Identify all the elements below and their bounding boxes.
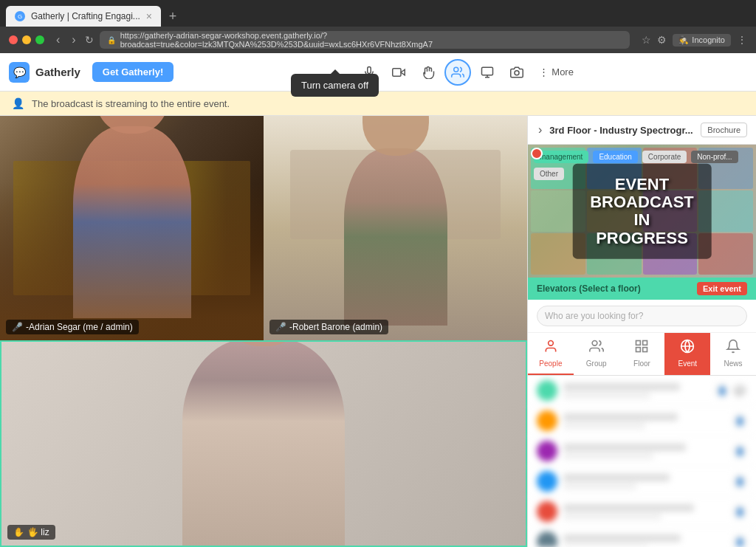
lock-icon: 🔒 [107, 36, 116, 44]
people-search-area [528, 300, 756, 333]
video-area: 🎤 -Adrian Segar (me / admin) 🎤 [0, 116, 527, 547]
avatar [537, 531, 557, 547]
get-gatherly-button[interactable]: Get Gatherly! [92, 62, 173, 82]
video-cell-person2: 🎤 -Robert Barone (admin) [264, 116, 527, 340]
svg-rect-10 [643, 348, 647, 352]
extension-icon[interactable]: ⚙ [657, 34, 667, 46]
menu-icon[interactable]: ⋮ [737, 34, 747, 46]
person-detail [563, 514, 662, 520]
person-info [563, 444, 726, 459]
avatar [537, 380, 557, 401]
panel-arrow-button[interactable]: › [537, 122, 543, 138]
nav-people-tab[interactable]: People [528, 333, 574, 375]
address-bar[interactable]: 🔒 https://gatherly-adrian-segar-workshop… [100, 31, 630, 49]
person-name [563, 474, 670, 481]
event-nav-label: Event [678, 359, 698, 368]
list-item: 👤 💬 [528, 376, 756, 406]
nav-floor-tab[interactable]: Floor [619, 333, 665, 375]
video-mic-icon-person1: 🎤 [12, 322, 23, 332]
video-mic-icon-person2: 🎤 [275, 322, 286, 332]
hand-raise-button[interactable] [415, 59, 441, 86]
exit-event-button[interactable]: Exit event [697, 282, 747, 295]
person-action-button[interactable]: 👤 [732, 504, 747, 519]
traffic-lights [9, 35, 44, 44]
elevators-bar: Elevators (Select a floor) Exit event [528, 278, 756, 300]
video-grid-top: 🎤 -Adrian Segar (me / admin) 🎤 [0, 116, 527, 340]
people-search-input[interactable] [537, 306, 747, 326]
right-panel: › 3rd Floor - Industry Spectrogr... Broc… [527, 116, 756, 547]
video-label-person2: 🎤 -Robert Barone (admin) [269, 320, 388, 334]
nav-news-tab[interactable]: News [710, 333, 756, 375]
broadcast-text: The broadcast is streaming to the entire… [32, 98, 230, 109]
close-window-button[interactable] [9, 35, 18, 44]
maximize-window-button[interactable] [35, 35, 44, 44]
back-button[interactable]: ‹ [53, 32, 63, 48]
bookmark-icon[interactable]: ☆ [642, 34, 651, 46]
active-tab[interactable]: G Gatherly | Crafting Engagi... × [6, 6, 161, 27]
minimize-window-button[interactable] [22, 35, 31, 44]
broadcast-icon: 👤 [12, 97, 24, 109]
video-hand-icon-person3: ✋ [13, 527, 24, 537]
svg-point-2 [454, 67, 458, 72]
education-tag[interactable]: Education [593, 151, 637, 163]
map-area: management Education Corporate Non-prof.… [528, 145, 756, 278]
person-info [563, 383, 709, 399]
floor-title: 3rd Floor - Industry Spectrogr... [549, 125, 695, 136]
person-detail [563, 544, 648, 548]
broadcast-indicator [531, 148, 543, 159]
broadcast-title-line1: EVENT BROADCAST [590, 176, 694, 211]
forward-button[interactable]: › [69, 32, 78, 48]
camera-button[interactable] [385, 59, 412, 86]
list-item: 👤 [528, 406, 756, 436]
person-action-button[interactable]: 👤 [732, 444, 747, 458]
person-action-button[interactable]: 👤 [732, 413, 747, 428]
people-toggle-button[interactable] [444, 59, 471, 86]
svg-point-6 [592, 341, 597, 346]
elevators-label: Elevators (Select a floor) [537, 283, 641, 294]
more-menu-button[interactable]: ⋮ More [533, 63, 580, 80]
person-actions: 👤 [732, 413, 747, 428]
person-name [563, 383, 680, 391]
svg-rect-0 [368, 66, 371, 73]
brochure-button[interactable]: Brochure [701, 123, 747, 137]
new-tab-button[interactable]: + [162, 6, 183, 27]
group-nav-label: Group [586, 359, 607, 368]
list-item: 👤 [528, 527, 756, 547]
person-detail [563, 484, 636, 489]
url-text: https://gatherly-adrian-segar-workshop.e… [120, 31, 623, 49]
person-action-button[interactable]: 👤 [732, 534, 747, 547]
browser-icons: ☆ ⚙ 🕵 Incognito ⋮ [642, 34, 747, 47]
reload-button[interactable]: ↻ [85, 34, 94, 46]
corporate-tag[interactable]: Corporate [642, 151, 687, 163]
person-chat-button[interactable]: 💬 [732, 383, 747, 398]
tab-close-button[interactable]: × [146, 10, 152, 22]
screen-share-button[interactable] [474, 59, 501, 86]
person-info [563, 413, 726, 429]
video-cell-person3: ✋ 🖐 liz [0, 340, 527, 547]
event-nav-icon [680, 339, 695, 357]
list-item: 👤 [528, 467, 756, 497]
app: 💬 Gatherly Get Gatherly! [0, 53, 756, 547]
person-actions: 👤 [732, 444, 747, 458]
nav-group-tab[interactable]: Group [574, 333, 619, 375]
incognito-label: Incognito [692, 35, 725, 44]
person-action-button[interactable]: 👤 [715, 383, 729, 398]
person-name [563, 504, 694, 512]
person-action-button[interactable]: 👤 [732, 474, 747, 489]
avatar [537, 471, 557, 492]
other-tag[interactable]: Other [534, 168, 564, 180]
nav-event-tab[interactable]: Event [664, 333, 710, 375]
gatherly-logo-text: Gatherly [35, 66, 80, 78]
person-info [563, 474, 726, 489]
person-info [563, 534, 726, 548]
person-detail [563, 423, 645, 429]
photo-button[interactable] [504, 59, 530, 86]
svg-point-4 [515, 70, 519, 75]
nonprof-tag[interactable]: Non-prof... [691, 151, 738, 163]
person-info [563, 504, 726, 520]
broadcast-banner: 👤 The broadcast is streaming to the enti… [0, 92, 756, 116]
broadcast-overlay: EVENT BROADCAST IN PROGRESS [572, 164, 712, 259]
broadcast-title-line2: IN PROGRESS [590, 211, 694, 247]
list-item: 👤 [528, 436, 756, 467]
avatar [537, 410, 557, 431]
